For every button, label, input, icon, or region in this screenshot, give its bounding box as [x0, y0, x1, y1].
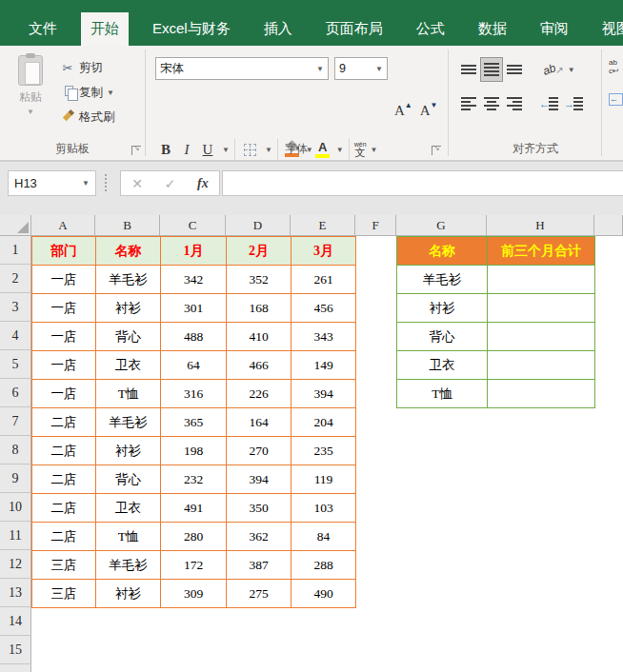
tab-view[interactable]: 视图: [593, 12, 623, 46]
cell-D5[interactable]: 466: [227, 351, 291, 380]
cell-H4[interactable]: [488, 323, 595, 351]
cell-D6[interactable]: 226: [227, 380, 291, 408]
cell-B7[interactable]: 羊毛衫: [96, 408, 161, 437]
cell-C12[interactable]: 172: [161, 551, 227, 580]
align-bottom-button[interactable]: [503, 57, 526, 82]
cell-C8[interactable]: 198: [161, 437, 227, 465]
drag-handle-dots[interactable]: [105, 174, 107, 191]
cell-H2[interactable]: [488, 266, 595, 294]
orientation-button[interactable]: ab ↗ ▼: [543, 63, 575, 76]
row-header-15[interactable]: 15: [0, 636, 31, 664]
grow-font-button[interactable]: A▲: [394, 103, 412, 119]
cell-H6[interactable]: [488, 380, 595, 408]
row-header-7[interactable]: 7: [0, 407, 31, 436]
cell-H3[interactable]: [488, 294, 595, 323]
row-header-12[interactable]: 12: [0, 550, 31, 579]
row-header-14[interactable]: 14: [0, 607, 31, 636]
cell-C13[interactable]: 309: [161, 580, 227, 608]
align-top-button[interactable]: [457, 57, 480, 82]
merge-center-button-partial[interactable]: ←: [609, 93, 623, 112]
align-middle-button[interactable]: [480, 57, 503, 82]
cell-A3[interactable]: 一店: [32, 294, 96, 323]
cell-E9[interactable]: 119: [291, 465, 356, 494]
cell-A7[interactable]: 二店: [32, 408, 96, 437]
tab-page-layout[interactable]: 页面布局: [316, 12, 392, 46]
column-header-D[interactable]: D: [226, 215, 291, 236]
tab-review[interactable]: 审阅: [531, 12, 578, 46]
cell-C3[interactable]: 301: [161, 294, 227, 323]
cell-E4[interactable]: 343: [291, 323, 356, 351]
cell-A5[interactable]: 一店: [32, 351, 96, 380]
align-right-button[interactable]: [503, 91, 526, 116]
cell-B8[interactable]: 衬衫: [96, 437, 161, 465]
cancel-icon[interactable]: ✕: [131, 176, 143, 191]
cell-D10[interactable]: 350: [227, 494, 291, 523]
font-name-combo[interactable]: 宋体 ▼: [155, 57, 329, 80]
wrap-text-button-partial[interactable]: abc↩: [609, 59, 623, 82]
cell-C4[interactable]: 488: [161, 323, 227, 351]
cell-A10[interactable]: 二店: [32, 494, 96, 523]
cell-C2[interactable]: 342: [161, 266, 227, 294]
decrease-indent-button[interactable]: ←: [539, 91, 564, 116]
cell-G5[interactable]: 卫衣: [397, 351, 488, 380]
cut-button[interactable]: ✂ 剪切: [59, 55, 143, 80]
column-header-B[interactable]: B: [95, 215, 160, 236]
select-all-corner[interactable]: [0, 215, 31, 236]
row-header-11[interactable]: 11: [0, 522, 31, 550]
tab-insert[interactable]: 插入: [254, 12, 302, 46]
cell-A12[interactable]: 三店: [32, 551, 96, 580]
cell-A4[interactable]: 一店: [32, 323, 96, 351]
clipboard-dialog-launcher[interactable]: [131, 146, 141, 155]
cell-B10[interactable]: 卫衣: [96, 494, 161, 523]
cell-B12[interactable]: 羊毛衫: [96, 551, 161, 580]
cell-G1[interactable]: 名称: [397, 237, 488, 266]
cell-A2[interactable]: 一店: [32, 266, 96, 294]
cell-G3[interactable]: 衬衫: [397, 294, 488, 323]
cell-E6[interactable]: 394: [291, 380, 356, 408]
enter-icon[interactable]: ✓: [165, 176, 176, 191]
cell-C11[interactable]: 280: [161, 523, 227, 551]
cell-C5[interactable]: 64: [161, 351, 227, 380]
cell-C6[interactable]: 316: [161, 380, 227, 408]
cell-B6[interactable]: T恤: [96, 380, 161, 408]
row-header-6[interactable]: 6: [0, 379, 31, 407]
tab-home[interactable]: 开始: [81, 12, 129, 46]
row-header-1[interactable]: 1: [0, 236, 31, 265]
cell-E2[interactable]: 261: [291, 266, 356, 294]
font-dialog-launcher[interactable]: [432, 146, 441, 155]
cell-B2[interactable]: 羊毛衫: [96, 266, 161, 294]
cell-D1[interactable]: 2月: [227, 237, 291, 266]
cell-E12[interactable]: 288: [291, 551, 356, 580]
cell-C9[interactable]: 232: [161, 465, 227, 494]
paste-button[interactable]: 粘贴 ▼: [6, 53, 55, 143]
cell-E7[interactable]: 204: [291, 408, 356, 437]
cell-D11[interactable]: 362: [227, 523, 291, 551]
cell-B11[interactable]: T恤: [96, 523, 161, 551]
format-painter-button[interactable]: 格式刷: [59, 105, 143, 129]
cell-B9[interactable]: 背心: [96, 465, 161, 494]
cell-C1[interactable]: 1月: [161, 237, 227, 266]
cell-E11[interactable]: 84: [291, 523, 356, 551]
cell-A11[interactable]: 二店: [32, 523, 96, 551]
cell-D12[interactable]: 387: [227, 551, 291, 580]
column-header-A[interactable]: A: [31, 215, 95, 236]
row-header-8[interactable]: 8: [0, 436, 31, 464]
cell-E8[interactable]: 235: [291, 437, 356, 465]
cell-C7[interactable]: 365: [161, 408, 227, 437]
column-header-G[interactable]: G: [396, 215, 487, 236]
shrink-font-button[interactable]: A▼: [420, 103, 438, 119]
align-left-button[interactable]: [457, 91, 480, 116]
cell-D3[interactable]: 168: [227, 294, 291, 323]
insert-function-icon[interactable]: fx: [197, 176, 209, 191]
column-header-H[interactable]: H: [487, 215, 594, 236]
increase-indent-button[interactable]: →: [564, 91, 589, 116]
cell-D13[interactable]: 275: [227, 580, 291, 608]
cell-E10[interactable]: 103: [291, 494, 356, 523]
row-header-3[interactable]: 3: [0, 293, 31, 322]
cell-G6[interactable]: T恤: [397, 380, 488, 408]
row-header-4[interactable]: 4: [0, 322, 31, 350]
cell-B1[interactable]: 名称: [96, 237, 161, 266]
chevron-down-icon[interactable]: ▼: [82, 179, 90, 188]
row-header-10[interactable]: 10: [0, 493, 31, 522]
column-header-E[interactable]: E: [291, 215, 355, 236]
